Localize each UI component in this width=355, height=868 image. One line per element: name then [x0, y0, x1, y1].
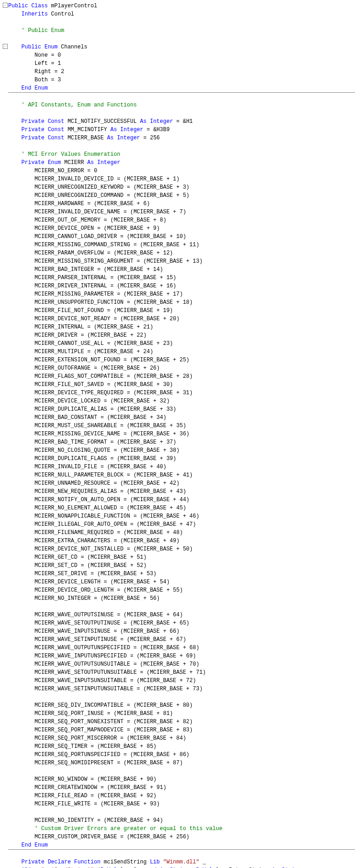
code-line: MCIERR_DUPLICATE_ALIAS = (MCIERR_BASE + … — [2, 405, 355, 413]
keyword: Public Class — [8, 3, 48, 9]
enum-member: MCIERR_WAVE_INPUTUNSPECIFIED = (MCIERR_B… — [35, 653, 196, 659]
enum-member: MCIERR_FILENAME_REQUIRED = (MCIERR_BASE … — [35, 529, 183, 536]
code-line: MCIERR_WAVE_SETINPUTINUSE = (MCIERR_BASE… — [2, 635, 355, 644]
code-line: MCIERR_NO_INTEGER = (MCIERR_BASE + 56) — [2, 594, 355, 603]
code-line: MCIERR_BAD_CONSTANT = (MCIERR_BASE + 34) — [2, 413, 355, 422]
code-line: MCIERR_INVALID_DEVICE_ID = (MCIERR_BASE … — [2, 175, 355, 183]
const-name: MCIERR_BASE — [64, 135, 107, 141]
line-continuation: _ — [199, 859, 206, 865]
class-name: mPlayerControl — [48, 3, 97, 9]
code-line: MCIERR_WAVE_SETINPUTUNSUITABLE = (MCIERR… — [2, 685, 355, 693]
enum-member: MCIERR_NO_WINDOW = (MCIERR_BASE + 90) — [35, 776, 156, 783]
code-line: MCIERR_WAVE_INPUTSUNSUITABLE = (MCIERR_B… — [2, 677, 355, 685]
code-line: MCIERR_INTERNAL = (MCIERR_BASE + 21) — [2, 323, 355, 331]
enum-member: MCIERR_WAVE_SETOUTPUTINUSE = (MCIERR_BAS… — [35, 620, 189, 626]
enum-member: MCIERR_UNSUPPORTED_FUNCTION = (MCIERR_BA… — [35, 299, 193, 306]
code-line: MCIERR_UNRECOGNIZED_COMMAND = (MCIERR_BA… — [2, 191, 355, 200]
enum-member: Right = 2 — [35, 69, 65, 75]
enum-member: MCIERR_FILE_NOT_SAVED = (MCIERR_BASE + 3… — [35, 381, 173, 388]
enum-member: MCIERR_BAD_CONSTANT = (MCIERR_BASE + 34) — [35, 414, 167, 421]
keyword: Public Enum — [22, 44, 58, 50]
enum-member: MCIERR_NO_CLOSING_QUOTE = (MCIERR_BASE +… — [35, 447, 180, 454]
enum-member: MCIERR_WAVE_SETINPUTINUSE = (MCIERR_BASE… — [35, 636, 186, 643]
code-line: MCIERR_PARSER_INTERNAL = (MCIERR_BASE + … — [2, 274, 355, 282]
enum-member: MCIERR_FILE_WRITE = (MCIERR_BASE + 93) — [35, 801, 160, 807]
enum-member: MCIERR_DEVICE_NOT_INSTALLED = (MCIERR_BA… — [35, 546, 193, 552]
enum-member: MCIERR_UNRECOGNIZED_KEYWORD = (MCIERR_BA… — [35, 184, 189, 191]
const-name: MCI_NOTIFY_SUCCESSFUL — [64, 118, 140, 125]
enum-member: MCIERR_PARSER_INTERNAL = (MCIERR_BASE + … — [35, 275, 177, 281]
code-line: MCIERR_CANNOT_USE_ALL = (MCIERR_BASE + 2… — [2, 339, 355, 348]
enum-member: MCIERR_DEVICE_LENGTH = (MCIERR_BASE + 54… — [35, 579, 170, 585]
enum-member: MCIERR_EXTRA_CHARACTERS = (MCIERR_BASE +… — [35, 538, 180, 544]
code-line: MCIERR_CANNOT_LOAD_DRIVER = (MCIERR_BASE… — [2, 233, 355, 241]
enum-member: MCIERR_CANNOT_USE_ALL = (MCIERR_BASE + 2… — [35, 340, 173, 347]
enum-member: MCIERR_WAVE_OUTPUTUNSPECIFIED = (MCIERR_… — [35, 645, 199, 651]
enum-member: MCIERR_INVALID_DEVICE_NAME = (MCIERR_BAS… — [35, 209, 186, 215]
enum-member: MCIERR_SEQ_PORT_INUSE = (MCIERR_BASE + 8… — [35, 710, 173, 717]
code-line: MCIERR_INVALID_DEVICE_NAME = (MCIERR_BAS… — [2, 208, 355, 216]
enum-member: MCIERR_CANNOT_LOAD_DRIVER = (MCIERR_BASE… — [35, 233, 186, 240]
code-line: MCIERR_NO_ELEMENT_ALLOWED = (MCIERR_BASE… — [2, 504, 355, 512]
code-line: MCIERR_WAVE_OUTPUTSINUSE = (MCIERR_BASE … — [2, 611, 355, 619]
enum-member: MCIERR_SEQ_PORTUNSPECIFIED = (MCIERR_BAS… — [35, 752, 189, 758]
enum-member: MCIERR_DEVICE_ORD_LENGTH = (MCIERR_BASE … — [35, 587, 183, 593]
enum-member: MCIERR_SET_DRIVE = (MCIERR_BASE + 53) — [35, 571, 156, 577]
code-line: MCIERR_SEQ_PORT_INUSE = (MCIERR_BASE + 8… — [2, 709, 355, 718]
enum-member: MCIERR_OUTOFRANGE = (MCIERR_BASE + 26) — [35, 365, 160, 371]
keyword: Private Const — [22, 135, 65, 141]
enum-member: MCIERR_MISSING_DEVICE_NAME = (MCIERR_BAS… — [35, 431, 189, 437]
code-line: MCIERR_BAD_INTEGER = (MCIERR_BASE + 14) — [2, 265, 355, 274]
enum-member: MCIERR_WAVE_OUTPUTSINUSE = (MCIERR_BASE … — [35, 612, 183, 618]
code-line: MCIERR_BAD_TIME_FORMAT = (MCIERR_BASE + … — [2, 438, 355, 446]
keyword: Private Const — [22, 118, 65, 125]
enum-member: MCIERR_SET_CD = (MCIERR_BASE + 52) — [35, 562, 147, 569]
keyword: Inherits — [22, 11, 48, 17]
enum-member: MCIERR_NO_INTEGER = (MCIERR_BASE + 56) — [35, 595, 160, 602]
code-line: MCIERR_SEQ_PORT_MISCERROR = (MCIERR_BASE… — [2, 734, 355, 742]
enum-member: MCIERR_HARDWARE = (MCIERR_BASE + 6) — [35, 201, 150, 207]
fold-icon[interactable]: - — [2, 2, 8, 10]
enum-member: MCIERR_WAVE_OUTPUTSUNSUITABLE = (MCIERR_… — [35, 661, 199, 667]
enum-member: MCIERR_BAD_INTEGER = (MCIERR_BASE + 14) — [35, 266, 163, 273]
comment: ' API Constants, Enum and Functions — [22, 102, 137, 108]
enum-member: MCIERR_MULTIPLE = (MCIERR_BASE + 24) — [35, 349, 153, 355]
code-line: MCIERR_UNSUPPORTED_FUNCTION = (MCIERR_BA… — [2, 298, 355, 307]
enum-member: MCIERR_BAD_TIME_FORMAT = (MCIERR_BASE + … — [35, 439, 177, 445]
enum-name: MCIERR — [61, 159, 87, 166]
enum-member: MCIERR_FILE_READ = (MCIERR_BASE + 92) — [35, 793, 156, 799]
code-line: MCIERR_WAVE_SETOUTPUTINUSE = (MCIERR_BAS… — [2, 619, 355, 627]
code-line: MCIERR_DUPLICATE_FLAGS = (MCIERR_BASE + … — [2, 455, 355, 463]
enum-member: MCIERR_SEQ_PORT_NONEXISTENT = (MCIERR_BA… — [35, 719, 193, 725]
code-block: -Public Class mPlayerControl Inherits Co… — [0, 0, 355, 868]
code-line: MCIERR_NO_CLOSING_QUOTE = (MCIERR_BASE +… — [2, 446, 355, 455]
code-line: MCIERR_ILLEGAL_FOR_AUTO_OPEN = (MCIERR_B… — [2, 520, 355, 529]
enum-member: MCIERR_MISSING_PARAMETER = (MCIERR_BASE … — [35, 291, 183, 297]
enum-member: MCIERR_INVALID_FILE = (MCIERR_BASE + 40) — [35, 464, 167, 470]
fold-icon[interactable]: - — [2, 43, 8, 51]
code-line: MCIERR_WAVE_OUTPUTSUNSUITABLE = (MCIERR_… — [2, 660, 355, 668]
comment: ' Public Enum — [22, 27, 65, 34]
code-line: MCIERR_DEVICE_OPEN = (MCIERR_BASE + 9) — [2, 224, 355, 233]
enum-member: MCIERR_DUPLICATE_FLAGS = (MCIERR_BASE + … — [35, 455, 177, 462]
code-line: MCIERR_SEQ_PORT_MAPNODEVICE = (MCIERR_BA… — [2, 726, 355, 734]
code-line: MCIERR_NONAPPLICABLE_FUNCTION = (MCIERR_… — [2, 512, 355, 520]
enum-member: MCIERR_SEQ_TIMER = (MCIERR_BASE + 85) — [35, 743, 156, 750]
const-value: = &H1 — [173, 118, 193, 125]
code-line: MCIERR_WAVE_INPUTSINUSE = (MCIERR_BASE +… — [2, 627, 355, 635]
string-literal: "Winmm.dll" — [160, 859, 199, 865]
code-line: MCIERR_MISSING_COMMAND_STRING = (MCIERR_… — [2, 241, 355, 249]
type-name: Control — [48, 11, 74, 17]
code-line: MCIERR_MISSING_DEVICE_NAME = (MCIERR_BAS… — [2, 430, 355, 438]
code-line: MCIERR_NEW_REQUIRES_ALIAS = (MCIERR_BASE… — [2, 487, 355, 496]
code-line: MCIERR_OUTOFRANGE = (MCIERR_BASE + 26) — [2, 364, 355, 372]
enum-member: MCIERR_DRIVER_INTERNAL = (MCIERR_BASE + … — [35, 283, 177, 289]
code-line: MCIERR_NULL_PARAMETER_BLOCK = (MCIERR_BA… — [2, 471, 355, 479]
enum-member: MCIERR_DRIVER = (MCIERR_BASE + 22) — [35, 332, 147, 339]
const-name: MM_MCINOTIFY — [64, 127, 110, 133]
enum-member: MCIERR_DUPLICATE_ALIAS = (MCIERR_BASE + … — [35, 406, 177, 413]
function-name: mciSendString — [101, 859, 150, 865]
code-line: MCIERR_DRIVER = (MCIERR_BASE + 22) — [2, 331, 355, 339]
enum-member: MCIERR_INTERNAL = (MCIERR_BASE + 21) — [35, 324, 153, 330]
code-line: MCIERR_MISSING_PARAMETER = (MCIERR_BASE … — [2, 290, 355, 298]
